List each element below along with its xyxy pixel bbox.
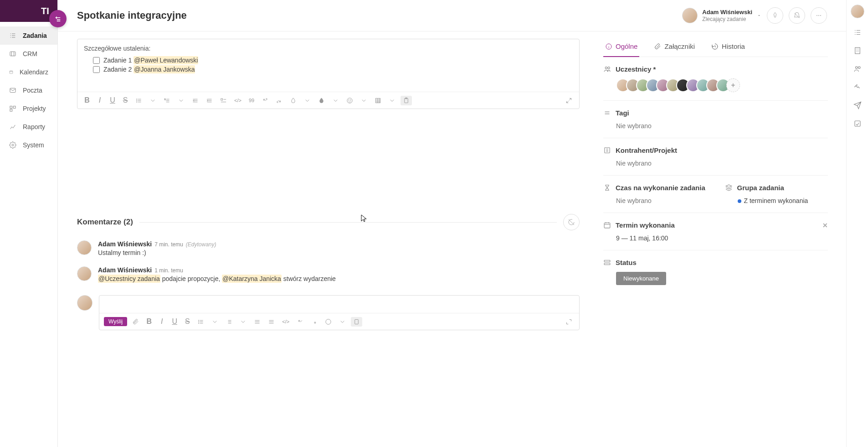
unlink-button[interactable] <box>308 317 320 327</box>
nav-calendar[interactable]: Kalendarz <box>0 63 57 81</box>
more-button[interactable] <box>811 7 827 24</box>
emoji-button[interactable] <box>344 96 355 105</box>
svg-rect-1 <box>10 71 13 73</box>
code-button[interactable]: </> <box>232 96 244 104</box>
table-button[interactable] <box>372 96 384 105</box>
svg-point-27 <box>605 67 607 69</box>
indent-button[interactable] <box>266 317 277 327</box>
add-participant-button[interactable]: + <box>726 78 740 92</box>
tasks-icon[interactable] <box>853 28 862 36</box>
strike-button[interactable]: S <box>120 95 130 106</box>
checklist-button[interactable] <box>218 96 229 105</box>
collapse-fab-button[interactable] <box>49 10 67 27</box>
status-badge[interactable]: Niewykonane <box>616 272 666 285</box>
chevron-down-icon[interactable] <box>147 96 159 105</box>
chevron-down-icon <box>757 13 761 18</box>
chevron-down-icon[interactable] <box>302 96 313 105</box>
bold-button[interactable]: B <box>144 316 154 327</box>
quote-button[interactable]: 99 <box>247 96 257 104</box>
status-section[interactable]: Status Niewykonane <box>603 250 828 293</box>
clipboard-button[interactable] <box>351 317 362 327</box>
nav-reports[interactable]: Raporty <box>0 118 57 136</box>
task-checkbox[interactable] <box>93 57 100 64</box>
color-button[interactable] <box>288 96 299 105</box>
time-section[interactable]: Czas na wykonanie zadania Nie wybrano <box>603 184 707 204</box>
nav-projects[interactable]: Projekty <box>0 99 57 118</box>
nav-crm[interactable]: CRM <box>0 45 57 63</box>
bell-off-button[interactable] <box>789 7 805 24</box>
nav-system[interactable]: System <box>0 136 57 154</box>
nav-mail[interactable]: Poczta <box>0 81 57 99</box>
nav-tasks[interactable]: Zadania <box>0 26 57 45</box>
mention[interactable]: @Katarzyna Janicka <box>222 275 282 283</box>
highlight-button[interactable] <box>316 96 327 105</box>
link-button[interactable] <box>294 317 306 327</box>
unlink-button[interactable] <box>273 96 285 105</box>
send-icon[interactable] <box>853 101 862 109</box>
outdent-button[interactable] <box>190 96 201 105</box>
participants-avatars[interactable]: + <box>603 78 828 92</box>
mention[interactable]: @Paweł Lewandowski <box>134 56 198 64</box>
fire-button[interactable] <box>767 7 783 24</box>
current-user-avatar[interactable] <box>851 5 864 18</box>
clear-deadline-button[interactable]: ✕ <box>822 222 828 229</box>
mention[interactable]: @Joanna Jankowska <box>134 65 195 73</box>
task-checkbox[interactable] <box>93 66 100 73</box>
expand-button[interactable] <box>563 317 575 327</box>
bullet-list-button[interactable] <box>133 96 144 105</box>
svg-point-12 <box>137 102 137 102</box>
tab-general[interactable]: Ogólne <box>603 39 639 57</box>
note-icon[interactable] <box>853 120 862 128</box>
svg-rect-3 <box>10 106 12 109</box>
people-icon[interactable] <box>853 65 862 73</box>
deadline-section[interactable]: Termin wykonania✕ 9 — 11 maj, 16:00 <box>603 213 828 250</box>
building-icon[interactable] <box>853 47 862 55</box>
chevron-down-icon[interactable] <box>209 317 221 327</box>
attach-button[interactable] <box>130 317 141 327</box>
mention[interactable]: @Uczestnicy zadania <box>98 275 160 283</box>
chevron-down-icon[interactable] <box>386 96 398 105</box>
user-dropdown[interactable]: Adam Wiśniewski Zlecający zadanie <box>682 8 761 23</box>
ordered-list-button[interactable] <box>223 317 235 327</box>
emoji-button[interactable] <box>323 317 334 327</box>
toggle-comments-button[interactable] <box>563 214 580 230</box>
svg-point-6 <box>12 144 14 146</box>
link-button[interactable] <box>259 96 271 105</box>
code-button[interactable]: </> <box>280 317 292 326</box>
send-button[interactable]: Wyślij <box>104 317 127 326</box>
bullet-list-button[interactable] <box>195 317 206 327</box>
chevron-down-icon[interactable] <box>337 317 348 327</box>
status-dot-icon <box>738 199 741 203</box>
strike-button[interactable]: S <box>182 316 192 327</box>
group-section[interactable]: Grupa zadania Z terminem wykonania <box>725 184 828 204</box>
chevron-down-icon[interactable] <box>175 96 187 105</box>
underline-button[interactable]: U <box>169 316 180 327</box>
svg-rect-36 <box>855 121 860 126</box>
tags-section[interactable]: Tagi Nie wybrano <box>603 101 828 138</box>
svg-point-8 <box>818 15 819 16</box>
participants-section: Uczestnicy * + <box>603 57 828 101</box>
svg-point-23 <box>199 323 199 323</box>
handshake-icon[interactable] <box>853 83 862 91</box>
expand-button[interactable] <box>563 96 575 105</box>
chevron-down-icon[interactable] <box>330 96 341 105</box>
contractor-section[interactable]: Kontrahent/Projekt Nie wybrano <box>603 138 828 176</box>
tab-attachments[interactable]: Załączniki <box>652 39 697 57</box>
italic-button[interactable]: I <box>157 316 167 327</box>
current-user-avatar <box>77 295 92 311</box>
outdent-button[interactable] <box>252 317 263 327</box>
svg-point-24 <box>326 319 331 324</box>
chevron-down-icon[interactable] <box>358 96 370 105</box>
svg-point-17 <box>350 99 351 100</box>
chevron-down-icon[interactable] <box>237 317 249 327</box>
indent-button[interactable] <box>204 96 215 105</box>
ordered-list-button[interactable]: 1 <box>161 96 173 105</box>
comment-editor[interactable]: Wyślij B I U S </> <box>99 295 580 330</box>
tab-history[interactable]: Historia <box>709 39 747 57</box>
svg-point-34 <box>855 67 858 69</box>
description-editor[interactable]: Szczegółowe ustalenia: Zadanie 1 @Paweł … <box>77 39 580 109</box>
clipboard-button[interactable] <box>401 96 412 105</box>
underline-button[interactable]: U <box>108 95 118 106</box>
italic-button[interactable]: I <box>95 95 105 106</box>
bold-button[interactable]: B <box>82 95 92 106</box>
